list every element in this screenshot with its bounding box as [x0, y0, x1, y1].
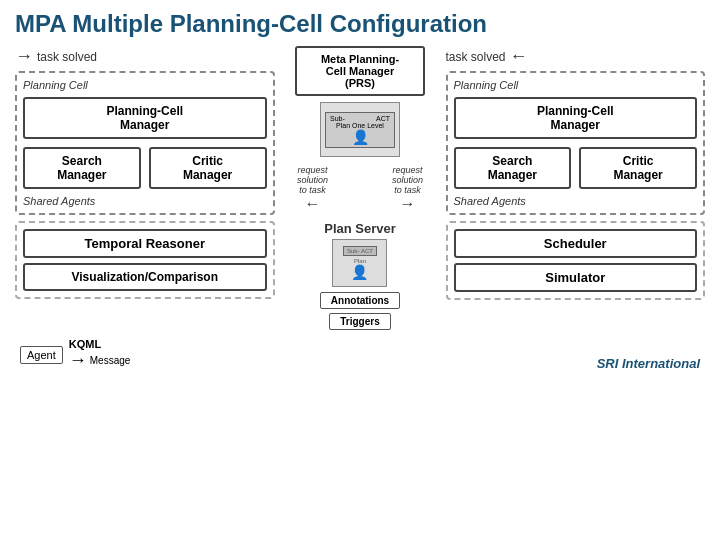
plan-server-icon: Sub- ACT Plan 👤 — [332, 239, 387, 287]
temporal-reasoner: Temporal Reasoner — [23, 229, 267, 258]
right-planning-cell-label: Planning Cell — [454, 79, 698, 91]
left-search-manager: SearchManager — [23, 147, 141, 189]
annotations-box: Annotations — [320, 292, 400, 309]
agent-box: Agent — [20, 346, 63, 364]
right-shared-agents: Shared Agents — [454, 195, 698, 207]
scheduler: Scheduler — [454, 229, 698, 258]
simulator: Simulator — [454, 263, 698, 292]
left-pcm-box: Planning-CellManager — [23, 97, 267, 139]
kqml-label: KQML — [69, 338, 101, 350]
left-task-solved: → task solved — [15, 46, 275, 67]
plan-image: Sub-ACT Plan One Level 👤 — [320, 102, 400, 157]
plan-server-label: Plan Server — [324, 221, 396, 236]
left-planning-cell-label: Planning Cell — [23, 79, 267, 91]
meta-planning-cell-manager: Meta Planning-Cell Manager(PRS) — [295, 46, 425, 96]
right-request-arrow: requestsolutionto task → — [378, 165, 438, 213]
right-task-solved: task solved ← — [446, 46, 706, 67]
left-request-arrow: requestsolutionto task ← — [283, 165, 343, 213]
triggers-box: Triggers — [329, 313, 390, 330]
message-label: Message — [90, 355, 131, 366]
left-critic-manager: CriticManager — [149, 147, 267, 189]
page-title: MPA Multiple Planning-Cell Configuration — [15, 10, 705, 38]
left-shared-agents: Shared Agents — [23, 195, 267, 207]
right-pcm-box: Planning-CellManager — [454, 97, 698, 139]
visualization: Visualization/Comparison — [23, 263, 267, 291]
footer-agent-section: Agent KQML → Message — [20, 338, 130, 371]
right-critic-manager: CriticManager — [579, 147, 697, 189]
sri-label: SRI International — [597, 356, 700, 371]
right-search-manager: SearchManager — [454, 147, 572, 189]
